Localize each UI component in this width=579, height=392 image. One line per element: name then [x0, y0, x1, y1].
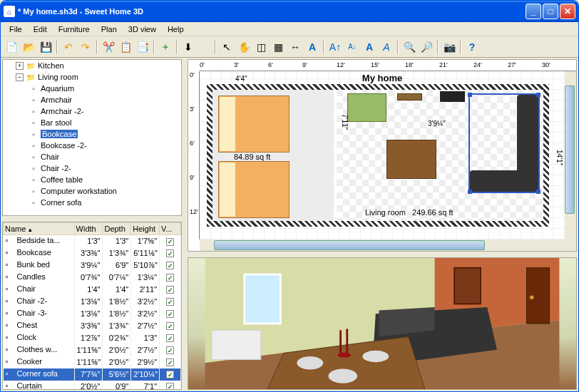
close-button[interactable]: ✕ [560, 4, 575, 19]
room-tool[interactable]: ▦ [270, 39, 286, 55]
furniture-selected-sofa[interactable] [468, 93, 540, 193]
vsplitter-right[interactable] [186, 253, 578, 256]
tree-item[interactable]: ▫Armchair -2- [3, 105, 181, 117]
svg-point-16 [337, 352, 350, 357]
tree-item[interactable]: ▫Coffee table [3, 174, 181, 185]
app-icon: ⌂ [4, 6, 15, 17]
maximize-button[interactable]: □ [543, 4, 558, 19]
open-button[interactable]: 📂 [21, 39, 36, 55]
plan-hscroll[interactable] [200, 239, 576, 251]
content-area: +📁Kitchen−📁Living room▫Aquarium▫Armchair… [1, 58, 578, 391]
table-row[interactable]: ▫Chair -3-1'3⅛"1'8½"3'2½"✓ [4, 308, 181, 320]
cut-button[interactable]: ✂️ [101, 39, 116, 55]
save-button[interactable]: 💾 [38, 39, 53, 55]
text-size-up[interactable]: A↑ [327, 39, 343, 55]
tree-category[interactable]: −📁Living room [3, 71, 181, 83]
table-row[interactable]: ▫Chair -2-1'3⅛"1'8½"3'2½"✓ [4, 296, 181, 308]
dim-label-4: 14'1" [555, 150, 563, 165]
dimension-tool[interactable]: ↔ [287, 39, 303, 55]
table-row[interactable]: ▫Chest3'3⅜"1'3¾"2'7½"✓ [4, 320, 181, 332]
pan-tool[interactable]: ✋ [236, 39, 252, 55]
copy-button[interactable]: 📋 [118, 39, 133, 55]
tree-item[interactable]: ▫Chair [3, 151, 181, 163]
room-living[interactable]: Living room 249.66 sq ft [337, 90, 543, 221]
room2-name: Living room [365, 208, 406, 217]
table-row[interactable]: ▫Clock1'2⅞"0'2¾"1'3"✓ [4, 332, 181, 344]
ruler-horizontal: 0'3'6'9'12'15'18'21'24'27'30' [200, 60, 576, 71]
furniture-bookcase[interactable] [397, 93, 422, 100]
new-button[interactable]: 📄 [4, 39, 19, 55]
furniture-bed2[interactable] [218, 161, 290, 218]
table-row[interactable]: ▫Bunk bed3'9¼"6'9"5'10⅞"✓ [4, 259, 181, 272]
redo-button[interactable]: ↷ [78, 39, 93, 55]
tree-item[interactable]: ▫Bookcase -2- [3, 140, 181, 151]
table-row[interactable]: ▫Chair1'4"1'4"2'11"✓ [4, 284, 181, 296]
col-header[interactable]: Name▲ [4, 223, 75, 235]
menu-file[interactable]: File [4, 24, 28, 35]
tree-item[interactable]: ▫Armchair [3, 94, 181, 105]
furniture-table[interactable] [386, 140, 436, 179]
col-header[interactable]: Height [131, 223, 160, 235]
zoom-out-button[interactable]: 🔎 [419, 39, 434, 55]
tree-item[interactable]: ▫Aquarium [3, 83, 181, 94]
plan-vscroll[interactable] [565, 71, 576, 239]
3d-view[interactable] [188, 257, 577, 390]
wall-tool[interactable]: ◫ [253, 39, 269, 55]
text-italic[interactable]: A [379, 39, 394, 55]
menu-help[interactable]: Help [162, 24, 190, 35]
select-tool[interactable]: ↖ [219, 39, 235, 55]
zoom-in-button[interactable]: 🔍 [401, 39, 417, 55]
room2-area: 249.66 sq ft [412, 208, 454, 217]
svg-rect-4 [454, 268, 481, 304]
minimize-button[interactable]: _ [526, 4, 541, 19]
vsplitter-left[interactable] [1, 217, 183, 220]
table-row[interactable]: ▫Cooker1'11⅝"2'0½"2'9½"✓ [4, 356, 181, 368]
tree-item[interactable]: ▫Corner sofa [3, 197, 181, 208]
table-row[interactable]: ▫Bookcase3'3⅜"1'3¾"6'11⅛"✓ [4, 247, 181, 259]
dim-label-3: 3'9¼" [428, 120, 446, 128]
table-row[interactable]: ▫Corner sofa7'7¾"5'6½"2'10¼"✓ [4, 368, 181, 381]
photo-button[interactable]: 📷 [441, 39, 457, 55]
furniture-tv[interactable] [440, 91, 465, 102]
paste-button[interactable]: 📑 [135, 39, 150, 55]
svg-rect-7 [212, 330, 261, 359]
furniture-bed1[interactable] [218, 96, 290, 153]
plan-view[interactable]: 0'3'6'9'12'15'18'21'24'27'30' 0'3'6'9'12… [188, 59, 577, 252]
furniture-table[interactable]: Name▲WidthDepthHeightV...▫Bedside ta...1… [2, 222, 182, 390]
menu-furniture[interactable]: Furniture [53, 24, 96, 35]
hscroll-thumb[interactable] [214, 240, 485, 250]
menu-3dview[interactable]: 3D view [123, 24, 162, 35]
tree-item[interactable]: ▫Bookcase [3, 128, 181, 140]
titlebar[interactable]: ⌂ * My home.sh3d - Sweet Home 3D _ □ ✕ [1, 1, 578, 22]
room-bedroom[interactable]: 84.89 sq ft [212, 90, 334, 221]
furniture-desk[interactable] [347, 93, 386, 122]
add-furniture-button[interactable]: ＋ [158, 39, 173, 55]
col-header[interactable]: Width [74, 223, 103, 235]
outer-wall[interactable]: 84.89 sq ft [207, 84, 549, 227]
table-row[interactable]: ▫Bedside ta...1'3"1'3"1'7⅝"✓ [4, 235, 181, 247]
plan-canvas[interactable]: My home 84.89 sq ft [200, 71, 565, 239]
text-tool[interactable]: A [304, 39, 320, 55]
table-row[interactable]: ▫Clothes w...1'11⅝"2'0½"2'7½"✓ [4, 344, 181, 356]
table-row[interactable]: ▫Curtain2'0½"0'9"7'1"✓ [4, 381, 181, 391]
text-bold[interactable]: A [362, 39, 377, 55]
menu-plan[interactable]: Plan [96, 24, 123, 35]
tree-item[interactable]: ▫Bar stool [3, 117, 181, 128]
col-header[interactable]: Depth [103, 223, 131, 235]
import-button[interactable]: ⬇ [180, 39, 196, 55]
tree-category[interactable]: +📁Kitchen [3, 60, 181, 71]
svg-rect-14 [339, 330, 342, 353]
tree-item[interactable]: ▫Computer workstation [3, 185, 181, 197]
menu-edit[interactable]: Edit [28, 24, 53, 35]
undo-button[interactable]: ↶ [61, 39, 76, 55]
furniture-tree[interactable]: +📁Kitchen−📁Living room▫Aquarium▫Armchair… [2, 59, 182, 216]
dim-label-2: 7'11" [341, 114, 349, 130]
col-header[interactable]: V... [160, 223, 181, 235]
plan-title: My home [362, 73, 402, 83]
vscroll-thumb[interactable] [565, 86, 575, 214]
help-button[interactable]: ? [464, 39, 480, 55]
table-row[interactable]: ▫Candles0'7¾"0'7¼"1'3¼"✓ [4, 272, 181, 284]
tree-item[interactable]: ▫Chair -2- [3, 163, 181, 174]
3d-render [188, 258, 576, 389]
text-size-down[interactable]: A↓ [344, 39, 360, 55]
